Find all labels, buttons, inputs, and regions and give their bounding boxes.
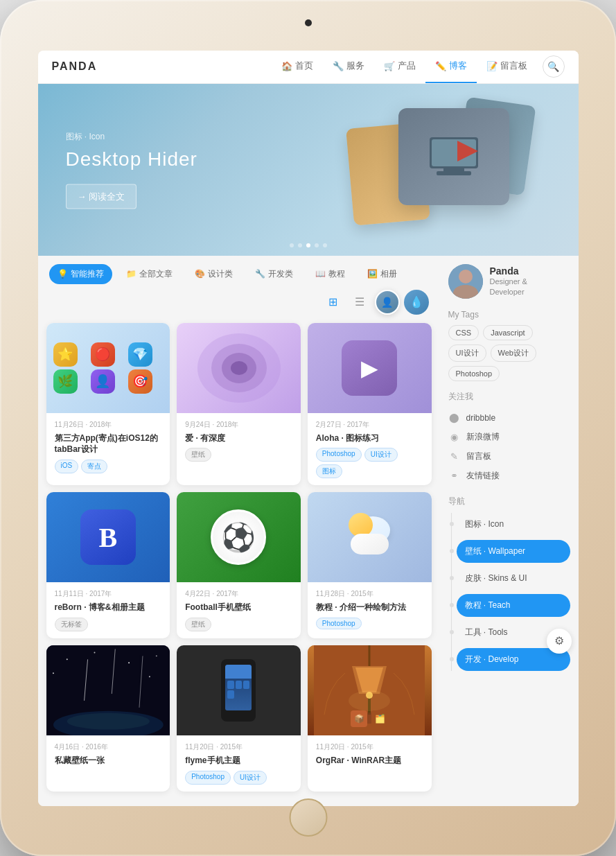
card-3-tag-3[interactable]: 图标: [316, 464, 342, 478]
card-2-tags: 壁纸: [185, 448, 292, 462]
hero-read-label: → 阅读全文: [78, 190, 125, 202]
filter-tutorial[interactable]: 📖 教程: [307, 264, 353, 284]
hero-dot-3[interactable]: [306, 243, 310, 247]
svg-point-14: [67, 713, 149, 730]
svg-point-28: [349, 690, 390, 711]
tag-uidesign[interactable]: UI设计: [448, 344, 486, 362]
card-8-tag-2[interactable]: UI设计: [234, 771, 267, 785]
weather-icon: [345, 513, 394, 561]
card-6-image: [308, 492, 432, 582]
card-1[interactable]: ⭐ 🔴 💎 🌿 👤 🎯 11月26日 · 2018年 第三方App(寄点)在iO…: [46, 323, 170, 486]
card-3-body: 2月27日 · 2017年 Aloha · 图标练习 Photoshop UI设…: [308, 413, 432, 486]
nav-icon-button[interactable]: 图标 · Icon: [457, 513, 570, 536]
hero-banner: 图标 · Icon Desktop Hider → 阅读全文: [38, 84, 579, 256]
card-7-title: 私藏壁纸一张: [55, 755, 162, 767]
card-6[interactable]: 11月28日 · 2015年 教程 · 介绍一种绘制方法 Photoshop: [308, 492, 432, 638]
follow-weibo[interactable]: ◉ 新浪微博: [448, 428, 570, 447]
nav-skin-button[interactable]: 皮肤 · Skins & UI: [457, 567, 570, 590]
grid-view-button[interactable]: ⊞: [322, 291, 344, 313]
nav-blog[interactable]: ✏️ 博客: [425, 51, 477, 84]
card-9[interactable]: 📦 🗂️ 11月20日 · 2015年 OrgRar · WinRAR主题: [308, 645, 432, 792]
tag-webdesign[interactable]: Web设计: [491, 344, 536, 362]
nav-item-tutorial: 教程 · Teach: [457, 594, 570, 617]
card-3-tag-2[interactable]: UI设计: [364, 448, 398, 462]
filter-all-label: 全部文章: [139, 268, 173, 280]
filter-all-icon: 📁: [126, 269, 137, 279]
product-icon: 🛒: [384, 61, 395, 71]
tag-photoshop[interactable]: Photoshop: [448, 366, 500, 381]
follow-guestbook[interactable]: ✎ 留言板: [448, 447, 570, 466]
hero-read-button[interactable]: → 阅读全文: [66, 184, 137, 209]
home-button[interactable]: [289, 798, 327, 837]
profile-section: Panda Designer &Developer: [448, 264, 570, 299]
hero-dots: [290, 243, 327, 247]
navbar: PANDA 🏠 首页 🔧 服务 🛒 产品 ✏️ 博客: [38, 51, 579, 84]
dribbble-icon: ⬤: [448, 412, 461, 424]
filter-all[interactable]: 📁 全部文章: [118, 264, 181, 284]
follow-dribbble[interactable]: ⬤ dribbble: [448, 408, 570, 428]
card-4-body: 11月11日 · 2017年 reBorn · 博客&相册主题 无标签: [46, 582, 170, 638]
card-2-image: [177, 323, 301, 413]
hero-title: Desktop Hider: [66, 148, 197, 170]
search-icon: 🔍: [547, 61, 559, 72]
weibo-icon: ◉: [448, 431, 461, 444]
hero-dot-4[interactable]: [315, 243, 319, 247]
card-8-date: 11月20日 · 2015年: [185, 742, 292, 752]
card-2-body: 9月24日 · 2018年 爱 · 有深度 壁纸: [177, 413, 301, 469]
card-8[interactable]: 11月20日 · 2015年 flyme手机主题 Photoshop UI设计: [177, 645, 301, 792]
tag-javascript[interactable]: Javascript: [483, 325, 533, 340]
hero-dot-1[interactable]: [290, 243, 294, 247]
hero-dot-2[interactable]: [298, 243, 302, 247]
card-2[interactable]: 9月24日 · 2018年 爱 · 有深度 壁纸: [177, 323, 301, 486]
nav-home[interactable]: 🏠 首页: [272, 51, 323, 84]
nav-tutorial-button[interactable]: 教程 · Teach: [457, 594, 570, 617]
guestbook-icon: 📝: [486, 61, 498, 71]
card-5-image: ⚽: [177, 492, 301, 582]
nav-service[interactable]: 🔧 服务: [323, 51, 374, 84]
list-view-button[interactable]: ☰: [349, 291, 371, 313]
hero-dot-5[interactable]: [323, 243, 327, 247]
card-7-date: 4月16日 · 2016年: [55, 742, 162, 752]
nav-product[interactable]: 🛒 产品: [374, 51, 425, 84]
card-1-tag-1[interactable]: iOS: [55, 460, 79, 473]
filter-smart[interactable]: 💡 智能推荐: [49, 264, 112, 284]
follow-links-label: 友情链接: [466, 470, 500, 482]
nav-guestbook[interactable]: 📝 留言板: [477, 51, 537, 84]
filter-album[interactable]: 🖼️ 相册: [359, 264, 405, 284]
card-7[interactable]: 4月16日 · 2016年 私藏壁纸一张: [46, 645, 170, 792]
nav-wallpaper-button[interactable]: 壁纸 · Wallpaper: [457, 540, 570, 563]
theme-button[interactable]: 💧: [404, 290, 429, 315]
card-6-tag-1[interactable]: Photoshop: [316, 618, 362, 629]
card-4[interactable]: B 11月11日 · 2017年 reBorn · 博客&相册主题 无标签: [46, 492, 170, 638]
filter-design[interactable]: 🎨 设计类: [186, 264, 241, 284]
profile-name: Panda: [490, 265, 527, 277]
card-2-tag-1[interactable]: 壁纸: [185, 448, 211, 462]
card-3-tag-1[interactable]: Photoshop: [316, 448, 362, 462]
hero-main-card: [398, 108, 509, 205]
card-4-tag-1[interactable]: 无标签: [55, 618, 88, 631]
card-grid: ⭐ 🔴 💎 🌿 👤 🎯 11月26日 · 2018年 第三方App(寄点)在iO…: [38, 323, 440, 800]
follow-links[interactable]: ⚭ 友情链接: [448, 466, 570, 486]
svg-point-20: [148, 676, 150, 677]
tag-css[interactable]: CSS: [448, 325, 479, 340]
filter-dev[interactable]: 🔧 开发类: [247, 264, 301, 284]
film-icon: ▶: [342, 340, 397, 396]
search-button[interactable]: 🔍: [543, 55, 565, 78]
card-8-tag-1[interactable]: Photoshop: [185, 771, 231, 785]
blog-icon: ✏️: [435, 61, 446, 71]
floating-action-button[interactable]: ⚙: [547, 629, 572, 654]
user-avatar-button[interactable]: 👤: [375, 290, 400, 315]
card-5-tag-1[interactable]: 壁纸: [185, 618, 211, 631]
card-6-date: 11月28日 · 2015年: [316, 589, 423, 599]
svg-point-15: [66, 658, 67, 660]
svg-point-8: [231, 361, 247, 375]
apps-icons: ⭐ 🔴 💎 🌿 👤 🎯: [46, 335, 170, 401]
card-2-title: 爱 · 有深度: [185, 433, 292, 444]
hero-subtitle: 图标 · Icon: [66, 130, 197, 142]
card-1-tag-2[interactable]: 寄点: [81, 460, 107, 473]
card-5[interactable]: ⚽ 4月22日 · 2017年 Football手机壁纸 壁纸: [177, 492, 301, 638]
card-1-date: 11月26日 · 2018年: [55, 420, 162, 430]
card-3[interactable]: ▶ 2月27日 · 2017年 Aloha · 图标练习 Photoshop U…: [308, 323, 432, 486]
filter-dev-label: 开发类: [268, 268, 293, 280]
view-controls: ⊞ ☰ 👤 💧: [322, 290, 429, 315]
